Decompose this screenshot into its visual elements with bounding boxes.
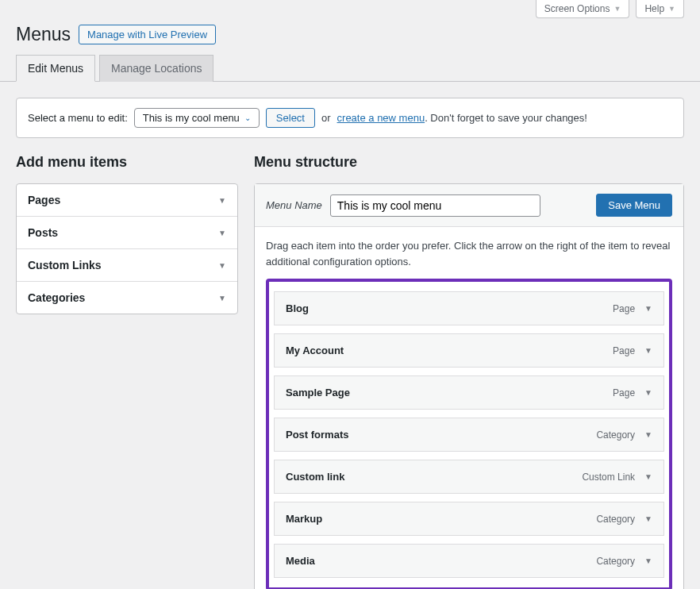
- accordion-label: Categories: [28, 291, 85, 304]
- selector-after-text: . Don't forget to save your changes!: [425, 112, 587, 124]
- tab-manage-locations[interactable]: Manage Locations: [99, 55, 213, 82]
- accordion-posts[interactable]: Posts ▼: [17, 217, 237, 248]
- help-label: Help: [644, 3, 664, 14]
- help-button[interactable]: Help ▼: [636, 0, 684, 18]
- menu-item[interactable]: Custom link Custom Link ▼: [274, 460, 664, 494]
- menu-item-type: Category: [596, 429, 635, 441]
- menu-item-title: My Account: [286, 345, 344, 356]
- chevron-down-icon: ▼: [644, 304, 652, 313]
- save-menu-button[interactable]: Save Menu: [596, 194, 672, 217]
- menu-select-dropdown[interactable]: This is my cool menu ⌄: [134, 108, 260, 128]
- menu-item[interactable]: Blog Page ▼: [274, 291, 664, 325]
- menu-item[interactable]: Markup Category ▼: [274, 502, 664, 536]
- menu-name-label: Menu Name: [266, 199, 322, 211]
- chevron-down-icon: ▼: [644, 472, 652, 481]
- menu-item-type: Custom Link: [582, 472, 635, 483]
- screen-options-button[interactable]: Screen Options ▼: [536, 0, 630, 18]
- or-text: or: [321, 112, 331, 124]
- chevron-down-icon: ▼: [613, 5, 621, 13]
- page-title: Menus: [16, 24, 71, 45]
- chevron-down-icon: ▼: [644, 514, 652, 523]
- menu-item-type: Page: [613, 387, 635, 398]
- menu-item-type: Page: [613, 345, 635, 356]
- accordion-categories[interactable]: Categories ▼: [17, 282, 237, 314]
- accordion-label: Custom Links: [28, 259, 102, 271]
- add-menu-items-heading: Add menu items: [16, 154, 238, 171]
- menu-structure-frame: Menu Name Save Menu Drag each item into …: [254, 183, 684, 589]
- menu-item-type: Page: [613, 303, 635, 314]
- chevron-down-icon: ▼: [644, 556, 652, 565]
- accordion-label: Posts: [28, 226, 58, 239]
- accordion-pages[interactable]: Pages ▼: [17, 184, 237, 216]
- menu-selector-bar: Select a menu to edit: This is my cool m…: [16, 98, 684, 138]
- tab-edit-menus[interactable]: Edit Menus: [16, 55, 95, 82]
- menu-item-title: Post formats: [286, 429, 348, 441]
- accordion-custom-links[interactable]: Custom Links ▼: [17, 249, 237, 281]
- menu-structure-heading: Menu structure: [254, 154, 684, 171]
- menu-instructions: Drag each item into the order you prefer…: [266, 238, 672, 269]
- menu-item[interactable]: Sample Page Page ▼: [274, 375, 664, 410]
- menu-item[interactable]: Post formats Category ▼: [274, 418, 664, 452]
- chevron-down-icon: ▼: [218, 229, 226, 237]
- menu-item-type: Category: [596, 514, 635, 525]
- chevron-down-icon: ▼: [218, 261, 226, 270]
- screen-options-label: Screen Options: [544, 3, 610, 14]
- chevron-down-icon: ▼: [644, 430, 652, 439]
- chevron-down-icon: ▼: [668, 5, 675, 13]
- menu-item[interactable]: Media Category ▼: [274, 544, 664, 578]
- chevron-down-icon: ▼: [218, 294, 226, 302]
- chevron-down-icon: ▼: [644, 388, 652, 397]
- live-preview-button[interactable]: Manage with Live Preview: [79, 25, 216, 44]
- create-new-menu-link[interactable]: create a new menu: [337, 112, 425, 124]
- menu-item-title: Sample Page: [286, 387, 350, 398]
- menu-item-title: Blog: [286, 302, 309, 314]
- menu-name-input[interactable]: [330, 194, 540, 217]
- accordion-label: Pages: [28, 194, 60, 206]
- select-button[interactable]: Select: [266, 108, 315, 128]
- menu-select-current: This is my cool menu: [143, 112, 240, 124]
- menu-item[interactable]: My Account Page ▼: [274, 333, 664, 368]
- menu-item-title: Custom link: [286, 471, 344, 483]
- add-items-accordion: Pages ▼ Posts ▼ Custom Links ▼ Categorie…: [16, 183, 238, 314]
- menu-item-title: Media: [286, 555, 315, 567]
- menu-item-title: Markup: [286, 513, 322, 525]
- chevron-down-icon: ⌄: [244, 114, 251, 122]
- menu-select-label: Select a menu to edit:: [28, 112, 128, 124]
- menu-item-type: Category: [596, 556, 635, 567]
- menu-items-highlight: Blog Page ▼ My Account Page ▼: [266, 279, 672, 589]
- chevron-down-icon: ▼: [218, 196, 226, 205]
- chevron-down-icon: ▼: [644, 346, 652, 355]
